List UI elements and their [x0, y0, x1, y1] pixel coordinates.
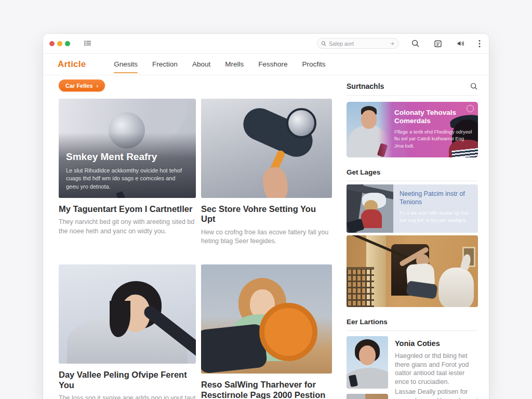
author-text: Lassae Deally potisen for morgrcler area…	[395, 388, 478, 399]
article-title[interactable]: Sec Store Vohre Setting You Upt	[201, 204, 332, 224]
megaphone-icon[interactable]	[456, 39, 464, 48]
kebab-menu-icon[interactable]	[478, 39, 481, 48]
list-item[interactable]: Lassae Deally potisen for morgrcler area…	[347, 388, 478, 399]
page-content: Car Felles › Smkey Ment Reafry Le slut R…	[43, 75, 489, 399]
promo-card[interactable]: Colonaty Tehovals Comerdals Fflege a ter…	[347, 102, 478, 157]
divider	[347, 181, 478, 181]
search-icon[interactable]	[470, 83, 478, 90]
search-icon[interactable]	[411, 39, 420, 48]
site-navbar: Article Gnesits Frection About Mrells Fe…	[43, 54, 489, 75]
author-photo	[347, 336, 388, 389]
close-window-button[interactable]	[49, 41, 55, 46]
article-card: Reso SalWing Tharhever for Resctirnole P…	[201, 264, 332, 399]
card-thumbnail-selfie	[347, 184, 393, 233]
nav-item-mrells[interactable]: Mrells	[225, 54, 244, 75]
nav-item-frection[interactable]: Frection	[152, 54, 178, 75]
overlay-text: Le slut Rihudidce ackkomthy ovicide hot …	[66, 167, 189, 191]
author-text: Yonia Coties Haegnled or thd biing het t…	[395, 336, 478, 389]
photo-shape	[259, 303, 317, 361]
photo-shape	[201, 324, 268, 374]
address-input[interactable]	[329, 41, 387, 47]
card-text-panel: Neeting Patcim instr of Tenions Tu a we …	[393, 184, 478, 233]
card-text: Tu a we wort sifle iteatar tgi bve toe v…	[400, 209, 472, 223]
get-lages-card[interactable]: Neeting Patcim instr of Tenions Tu a we …	[347, 184, 478, 233]
photo-shape	[286, 108, 316, 138]
browser-window: Article Gnesits Frection About Mrells Fe…	[43, 34, 489, 399]
card-title[interactable]: Neeting Patcim instr of Tenions	[400, 190, 472, 206]
divider	[347, 330, 478, 331]
article-image-orange-bag[interactable]	[201, 264, 332, 374]
overlay-title: Smkey Ment Reafry	[66, 152, 189, 163]
article-image-hairdryer[interactable]: Smkey Ment Reafry Le slut Rihudidce ackk…	[59, 99, 196, 198]
author-photo	[347, 394, 388, 399]
calendar-icon[interactable]	[434, 39, 442, 48]
chrome-actions	[411, 39, 481, 48]
article-grid: Smkey Ment Reafry Le slut Rihudidce ackk…	[59, 99, 332, 399]
divider	[347, 95, 478, 96]
nav-item-about[interactable]: About	[192, 54, 210, 75]
cta-label: Car Felles	[65, 83, 93, 89]
sidebar-image-donkey[interactable]	[347, 235, 478, 307]
article-title[interactable]: Day Vallee Peling Ofvipe Ferent You	[59, 370, 196, 390]
photo-shape	[438, 268, 474, 307]
browser-chrome	[43, 34, 489, 54]
article-image-hand-dryer[interactable]	[201, 99, 332, 198]
photo-shape	[261, 166, 290, 198]
shortcut-icon	[390, 41, 395, 46]
author-desc: Lassae Deally potisen for morgrcler area…	[395, 388, 478, 399]
sidebar-header: Surtnachls	[347, 82, 478, 90]
address-bar[interactable]	[317, 38, 399, 49]
author-desc: Haegnled or thd biing het there gians an…	[395, 352, 478, 386]
maximize-window-button[interactable]	[65, 41, 70, 46]
section-title-get-lages: Get Lages	[347, 168, 478, 176]
promo-body: Fflege a tertk ehd Fhedingy odryeel ftu …	[394, 128, 473, 149]
article-desc: Hew co crofng froe lias ecove fattery fa…	[201, 228, 332, 246]
sidebar: Surtnachls	[347, 79, 478, 399]
promo-text-block: Colonaty Tehovals Comerdals Fflege a ter…	[394, 109, 473, 149]
window-controls	[49, 41, 70, 46]
image-overlay: Smkey Ment Reafry Le slut Rihudidce ackk…	[59, 99, 196, 198]
list-item[interactable]: Yonia Coties Haegnled or thd biing het t…	[347, 336, 478, 389]
article-desc: They narvicht bed git ony with areeting …	[59, 218, 196, 236]
section-title-eer-lartions: Eer Lartions	[347, 318, 478, 326]
search-icon	[321, 41, 326, 46]
photo-shape	[361, 209, 382, 228]
nav-item-procfits[interactable]: Procfits	[302, 54, 325, 75]
article-title[interactable]: Reso SalWing Tharhever for Resctirnole P…	[201, 380, 332, 399]
article-image-woman[interactable]	[59, 264, 196, 364]
nav-item-gnesits[interactable]: Gnesits	[114, 54, 138, 75]
nav-item-fesshore[interactable]: Fesshore	[258, 54, 287, 75]
car-felles-button[interactable]: Car Felles ›	[59, 79, 105, 91]
chevron-right-icon: ›	[97, 83, 99, 89]
photo-shape	[347, 394, 365, 399]
photo-shape	[359, 345, 376, 365]
sidebar-toggle-icon[interactable]	[84, 40, 92, 47]
promo-title: Colonaty Tehovals Comerdals	[394, 109, 473, 125]
sidebar-title: Surtnachls	[347, 82, 384, 90]
author-name[interactable]: Yonia Coties	[395, 339, 478, 348]
article-title[interactable]: My Taguentart Eyom I Cartnetller	[59, 204, 196, 214]
article-card: Sec Store Vohre Setting You Upt Hew co c…	[201, 99, 332, 246]
article-desc: The loss sog it syoixe aoe adds noo io y…	[59, 394, 196, 399]
nav-list: Gnesits Frection About Mrells Fesshore P…	[114, 54, 325, 75]
photo-shape	[361, 110, 377, 129]
main-column: Car Felles › Smkey Ment Reafry Le slut R…	[59, 79, 332, 399]
minimize-window-button[interactable]	[57, 41, 62, 46]
article-card: Smkey Ment Reafry Le slut Rihudidce ackk…	[59, 99, 196, 236]
site-logo[interactable]: Article	[58, 59, 86, 70]
article-card: Day Vallee Peling Ofvipe Ferent You The …	[59, 264, 196, 399]
photo-shape	[347, 267, 374, 307]
